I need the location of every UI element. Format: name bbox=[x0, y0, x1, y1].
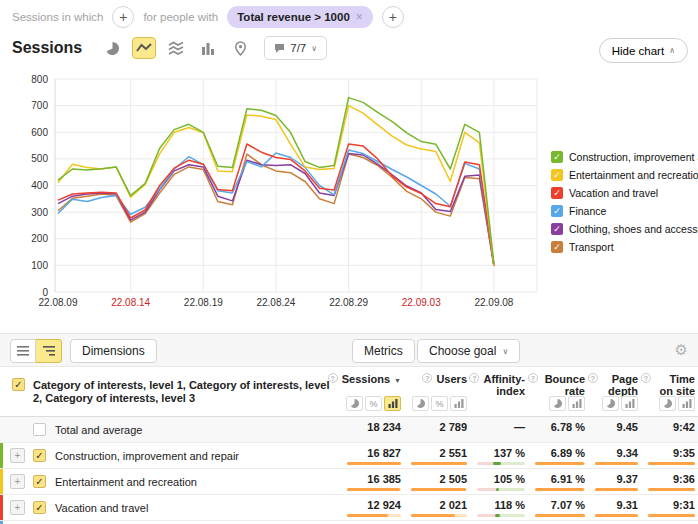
dimensions-button[interactable]: Dimensions bbox=[70, 339, 157, 363]
filter-chip-total-revenue[interactable]: Total revenue > 1000 × bbox=[227, 6, 373, 28]
row-label-cell: +✓Entertainment and recreation bbox=[0, 469, 340, 494]
choose-goal-button[interactable]: Choose goal ∨ bbox=[417, 339, 520, 363]
bar-mode-icon bbox=[388, 399, 398, 408]
row-label-cell: +✓Construction, improvement and repair bbox=[0, 443, 340, 468]
help-icon[interactable]: ? bbox=[528, 373, 538, 383]
list-view-button[interactable] bbox=[10, 339, 36, 363]
chart-title: Sessions bbox=[12, 39, 82, 57]
help-icon[interactable]: ? bbox=[641, 373, 651, 383]
add-user-condition-button[interactable]: + bbox=[382, 6, 404, 28]
legend-item[interactable]: ✓Vacation and travel bbox=[551, 184, 698, 202]
legend-item[interactable]: ✓Clothing, shoes and accessories bbox=[551, 220, 698, 238]
column-header-users[interactable]: ?Users% bbox=[404, 367, 470, 416]
pie-mode-button[interactable] bbox=[412, 396, 429, 411]
tree-view-button[interactable] bbox=[36, 339, 62, 363]
legend-checkbox[interactable]: ✓ bbox=[551, 241, 563, 253]
expand-row-button[interactable]: + bbox=[10, 448, 25, 463]
pie-mode-button[interactable] bbox=[659, 396, 676, 411]
help-icon[interactable]: ? bbox=[328, 373, 338, 383]
chart-header: Sessions bbox=[0, 36, 698, 66]
cell-affinity: — bbox=[470, 417, 528, 442]
dimension-checkbox[interactable]: ✓ bbox=[12, 378, 25, 391]
row-label-cell: Total and average bbox=[0, 417, 340, 442]
cell-affinity: 105 % bbox=[470, 469, 528, 494]
add-session-condition-button[interactable]: + bbox=[112, 6, 134, 28]
bar-mode-button[interactable] bbox=[384, 396, 401, 411]
cell-value: 16 827 bbox=[367, 447, 401, 459]
annotations-dropdown[interactable]: 7/7 ∨ bbox=[264, 36, 327, 60]
pie-mode-button[interactable] bbox=[549, 396, 566, 411]
row-checkbox[interactable]: ✓ bbox=[33, 449, 46, 462]
legend-checkbox[interactable]: ✓ bbox=[551, 205, 563, 217]
cell-value: 6.78 % bbox=[551, 421, 585, 433]
legend-label: Construction, improvement and repair bbox=[569, 151, 698, 163]
cell-value: 6.91 % bbox=[551, 473, 585, 485]
hide-chart-button[interactable]: Hide chart ∧ bbox=[599, 38, 688, 63]
legend-item[interactable]: ✓Transport bbox=[551, 238, 698, 256]
view-toggle-group bbox=[10, 339, 62, 363]
value-bar bbox=[535, 488, 585, 491]
help-icon[interactable]: ? bbox=[469, 373, 479, 383]
table-row: +✓Construction, improvement and repair16… bbox=[0, 443, 698, 469]
x-axis-tick-label: 22.08.19 bbox=[184, 297, 223, 308]
column-header-bounce[interactable]: ?Bounce rate bbox=[528, 367, 588, 416]
legend-item[interactable]: ✓Construction, improvement and repair bbox=[551, 148, 698, 166]
remove-filter-icon[interactable]: × bbox=[356, 10, 363, 24]
row-checkbox[interactable] bbox=[33, 423, 46, 436]
cell-page_depth: 9.34 bbox=[588, 443, 641, 468]
metrics-button[interactable]: Metrics bbox=[352, 339, 415, 363]
column-header-affinity[interactable]: ?Affinity-index bbox=[470, 367, 528, 416]
column-header-page_depth[interactable]: ?Page depth bbox=[588, 367, 641, 416]
legend-item[interactable]: ✓Finance bbox=[551, 202, 698, 220]
x-axis-tick-label: 22.08.24 bbox=[256, 297, 295, 308]
cell-time_on_site: 9:36 bbox=[641, 469, 698, 494]
column-label: Bounce rate bbox=[542, 373, 585, 397]
cell-value: 9:42 bbox=[673, 421, 695, 433]
legend-item[interactable]: ✓Entertainment and recreation bbox=[551, 166, 698, 184]
column-header-time_on_site[interactable]: ?Time on site bbox=[641, 367, 698, 416]
help-icon[interactable]: ? bbox=[422, 373, 432, 383]
pie-mode-button[interactable] bbox=[602, 396, 619, 411]
stacked-chart-type-button[interactable] bbox=[164, 37, 188, 59]
row-checkbox[interactable]: ✓ bbox=[33, 501, 46, 514]
legend-checkbox[interactable]: ✓ bbox=[551, 187, 563, 199]
bar-mode-button[interactable] bbox=[621, 396, 638, 411]
bar-mode-button[interactable] bbox=[568, 396, 585, 411]
dimension-header-label: Category of interests, level 1, Category… bbox=[33, 379, 341, 405]
expand-row-button[interactable]: + bbox=[10, 500, 25, 515]
y-axis-tick-label: 300 bbox=[31, 207, 48, 218]
value-bar bbox=[648, 462, 695, 465]
legend-checkbox[interactable]: ✓ bbox=[551, 169, 563, 181]
pie-mode-button[interactable] bbox=[346, 396, 363, 411]
expand-row-button[interactable]: + bbox=[10, 474, 25, 489]
chart-canvas[interactable]: 010020030040050060070080022.08.0922.08.1… bbox=[0, 70, 545, 314]
y-axis-tick-label: 100 bbox=[31, 260, 48, 271]
column-chart-type-button[interactable] bbox=[196, 37, 220, 59]
cell-bounce: 6.89 % bbox=[528, 443, 588, 468]
column-label: Time on site bbox=[655, 373, 695, 397]
map-chart-type-button[interactable] bbox=[228, 37, 252, 59]
legend-checkbox[interactable]: ✓ bbox=[551, 151, 563, 163]
cell-value: — bbox=[514, 421, 525, 433]
y-axis-tick-label: 600 bbox=[31, 127, 48, 138]
table-settings-gear-icon[interactable]: ⚙ bbox=[675, 342, 688, 357]
legend-checkbox[interactable]: ✓ bbox=[551, 223, 563, 235]
column-header-sessions[interactable]: ?Sessions▼% bbox=[340, 367, 404, 416]
value-bar bbox=[411, 488, 467, 491]
row-label: Total and average bbox=[55, 424, 142, 436]
bar-mode-button[interactable] bbox=[450, 396, 467, 411]
bar-mode-icon bbox=[572, 399, 582, 408]
cell-value: 12 924 bbox=[367, 499, 401, 511]
cell-sessions: 16 827 bbox=[340, 443, 404, 468]
affinity-bar bbox=[477, 488, 525, 491]
bar-mode-button[interactable] bbox=[678, 396, 695, 411]
pie-chart-type-button[interactable] bbox=[100, 37, 124, 59]
cell-value: 9:31 bbox=[673, 499, 695, 511]
percent-mode-button[interactable]: % bbox=[365, 396, 382, 411]
cell-bounce: 7.07 % bbox=[528, 495, 588, 520]
percent-mode-button[interactable]: % bbox=[431, 396, 448, 411]
row-checkbox[interactable]: ✓ bbox=[33, 475, 46, 488]
help-icon[interactable]: ? bbox=[588, 373, 598, 383]
cell-affinity: 137 % bbox=[470, 443, 528, 468]
line-chart-type-button[interactable] bbox=[132, 37, 156, 59]
